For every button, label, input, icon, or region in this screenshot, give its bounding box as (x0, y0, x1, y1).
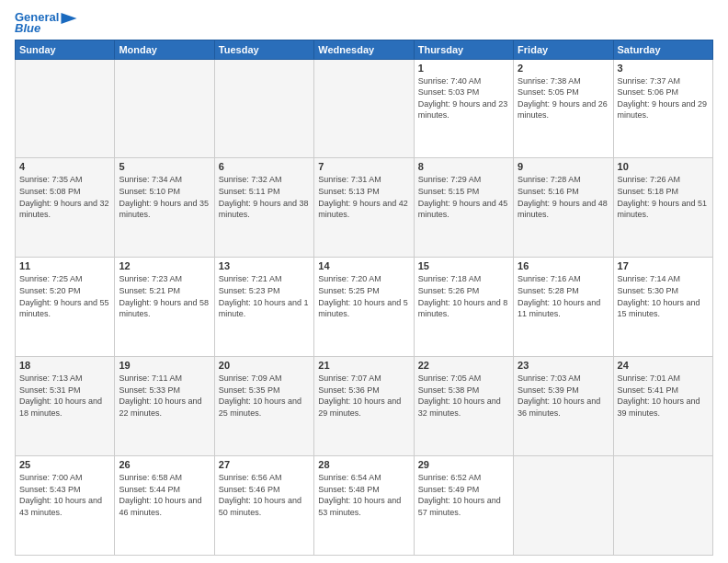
day-number: 6 (219, 161, 310, 172)
day-info: Sunrise: 7:13 AMSunset: 5:31 PMDaylight:… (19, 373, 110, 419)
day-number: 25 (19, 459, 110, 470)
calendar-table: SundayMondayTuesdayWednesdayThursdayFrid… (15, 40, 713, 556)
day-info: Sunrise: 7:11 AMSunset: 5:33 PMDaylight:… (119, 373, 210, 419)
calendar-cell: 26Sunrise: 6:58 AMSunset: 5:44 PMDayligh… (115, 456, 214, 556)
weekday-header-sunday: Sunday (16, 40, 115, 59)
calendar-cell: 11Sunrise: 7:25 AMSunset: 5:20 PMDayligh… (16, 258, 115, 357)
calendar-cell: 16Sunrise: 7:16 AMSunset: 5:28 PMDayligh… (514, 258, 613, 357)
calendar-week-row: 1Sunrise: 7:40 AMSunset: 5:03 PMDaylight… (16, 59, 713, 158)
calendar-cell: 29Sunrise: 6:52 AMSunset: 5:49 PMDayligh… (414, 456, 513, 556)
calendar-cell (115, 59, 214, 158)
calendar-cell (314, 59, 414, 158)
calendar-cell: 3Sunrise: 7:37 AMSunset: 5:06 PMDaylight… (613, 59, 712, 158)
day-info: Sunrise: 7:35 AMSunset: 5:08 PMDaylight:… (19, 174, 110, 220)
day-number: 1 (418, 63, 509, 74)
day-number: 4 (19, 161, 110, 172)
header: General Blue (15, 11, 713, 36)
day-number: 22 (418, 360, 509, 371)
day-number: 17 (618, 260, 709, 271)
calendar-cell: 7Sunrise: 7:31 AMSunset: 5:13 PMDaylight… (314, 158, 414, 258)
weekday-header-monday: Monday (115, 40, 214, 59)
day-number: 28 (318, 459, 409, 470)
day-info: Sunrise: 7:07 AMSunset: 5:36 PMDaylight:… (318, 373, 409, 419)
calendar-cell: 24Sunrise: 7:01 AMSunset: 5:41 PMDayligh… (613, 357, 712, 456)
calendar-cell: 2Sunrise: 7:38 AMSunset: 5:05 PMDaylight… (514, 59, 613, 158)
day-info: Sunrise: 7:38 AMSunset: 5:05 PMDaylight:… (518, 75, 609, 121)
svg-marker-0 (62, 13, 77, 24)
day-number: 18 (19, 360, 110, 371)
day-number: 24 (618, 360, 709, 371)
day-info: Sunrise: 7:18 AMSunset: 5:26 PMDaylight:… (418, 273, 509, 319)
day-number: 3 (618, 63, 709, 74)
calendar-cell: 13Sunrise: 7:21 AMSunset: 5:23 PMDayligh… (214, 258, 313, 357)
day-number: 21 (318, 360, 409, 371)
day-info: Sunrise: 7:05 AMSunset: 5:38 PMDaylight:… (418, 373, 509, 419)
calendar-cell: 17Sunrise: 7:14 AMSunset: 5:30 PMDayligh… (613, 258, 712, 357)
day-number: 15 (418, 260, 509, 271)
calendar-cell: 5Sunrise: 7:34 AMSunset: 5:10 PMDaylight… (115, 158, 214, 258)
day-info: Sunrise: 7:29 AMSunset: 5:15 PMDaylight:… (418, 174, 509, 220)
day-number: 23 (518, 360, 609, 371)
logo-blue-text: Blue (15, 22, 40, 35)
calendar-cell: 19Sunrise: 7:11 AMSunset: 5:33 PMDayligh… (115, 357, 214, 456)
calendar-cell: 6Sunrise: 7:32 AMSunset: 5:11 PMDaylight… (214, 158, 313, 258)
calendar-cell (514, 456, 613, 556)
day-info: Sunrise: 7:14 AMSunset: 5:30 PMDaylight:… (618, 273, 709, 319)
day-number: 8 (418, 161, 509, 172)
calendar-cell: 9Sunrise: 7:28 AMSunset: 5:16 PMDaylight… (514, 158, 613, 258)
calendar-week-row: 4Sunrise: 7:35 AMSunset: 5:08 PMDaylight… (16, 158, 713, 258)
day-number: 2 (518, 63, 609, 74)
weekday-header-thursday: Thursday (414, 40, 513, 59)
day-number: 5 (119, 161, 210, 172)
day-info: Sunrise: 7:03 AMSunset: 5:39 PMDaylight:… (518, 373, 609, 419)
day-info: Sunrise: 7:01 AMSunset: 5:41 PMDaylight:… (618, 373, 709, 419)
calendar-cell: 23Sunrise: 7:03 AMSunset: 5:39 PMDayligh… (514, 357, 613, 456)
day-info: Sunrise: 7:21 AMSunset: 5:23 PMDaylight:… (219, 273, 310, 319)
day-info: Sunrise: 7:20 AMSunset: 5:25 PMDaylight:… (318, 273, 409, 319)
calendar-week-row: 18Sunrise: 7:13 AMSunset: 5:31 PMDayligh… (16, 357, 713, 456)
day-info: Sunrise: 7:23 AMSunset: 5:21 PMDaylight:… (119, 273, 210, 319)
day-info: Sunrise: 6:58 AMSunset: 5:44 PMDaylight:… (119, 472, 210, 518)
day-info: Sunrise: 7:26 AMSunset: 5:18 PMDaylight:… (618, 174, 709, 220)
day-number: 20 (219, 360, 310, 371)
day-number: 29 (418, 459, 509, 470)
calendar-cell: 14Sunrise: 7:20 AMSunset: 5:25 PMDayligh… (314, 258, 414, 357)
calendar-cell: 10Sunrise: 7:26 AMSunset: 5:18 PMDayligh… (613, 158, 712, 258)
calendar-cell: 22Sunrise: 7:05 AMSunset: 5:38 PMDayligh… (414, 357, 513, 456)
calendar-cell: 12Sunrise: 7:23 AMSunset: 5:21 PMDayligh… (115, 258, 214, 357)
calendar-cell (16, 59, 115, 158)
day-info: Sunrise: 7:09 AMSunset: 5:35 PMDaylight:… (219, 373, 310, 419)
day-info: Sunrise: 6:52 AMSunset: 5:49 PMDaylight:… (418, 472, 509, 518)
calendar-cell: 8Sunrise: 7:29 AMSunset: 5:15 PMDaylight… (414, 158, 513, 258)
calendar-cell: 27Sunrise: 6:56 AMSunset: 5:46 PMDayligh… (214, 456, 313, 556)
day-info: Sunrise: 7:34 AMSunset: 5:10 PMDaylight:… (119, 174, 210, 220)
day-number: 27 (219, 459, 310, 470)
calendar-cell: 20Sunrise: 7:09 AMSunset: 5:35 PMDayligh… (214, 357, 313, 456)
page: General Blue SundayMondayTuesdayWednesda… (0, 0, 728, 563)
weekday-header-tuesday: Tuesday (214, 40, 313, 59)
day-info: Sunrise: 7:28 AMSunset: 5:16 PMDaylight:… (518, 174, 609, 220)
calendar-cell: 21Sunrise: 7:07 AMSunset: 5:36 PMDayligh… (314, 357, 414, 456)
day-info: Sunrise: 7:37 AMSunset: 5:06 PMDaylight:… (618, 75, 709, 121)
calendar-cell (613, 456, 712, 556)
day-info: Sunrise: 7:31 AMSunset: 5:13 PMDaylight:… (318, 174, 409, 220)
day-number: 12 (119, 260, 210, 271)
day-info: Sunrise: 7:00 AMSunset: 5:43 PMDaylight:… (19, 472, 110, 518)
calendar-cell: 1Sunrise: 7:40 AMSunset: 5:03 PMDaylight… (414, 59, 513, 158)
calendar-week-row: 25Sunrise: 7:00 AMSunset: 5:43 PMDayligh… (16, 456, 713, 556)
calendar-body: 1Sunrise: 7:40 AMSunset: 5:03 PMDaylight… (16, 59, 713, 555)
calendar-cell: 4Sunrise: 7:35 AMSunset: 5:08 PMDaylight… (16, 158, 115, 258)
calendar-cell (214, 59, 313, 158)
day-number: 10 (618, 161, 709, 172)
day-info: Sunrise: 7:40 AMSunset: 5:03 PMDaylight:… (418, 75, 509, 121)
day-number: 7 (318, 161, 409, 172)
calendar-cell: 28Sunrise: 6:54 AMSunset: 5:48 PMDayligh… (314, 456, 414, 556)
day-info: Sunrise: 6:54 AMSunset: 5:48 PMDaylight:… (318, 472, 409, 518)
day-number: 16 (518, 260, 609, 271)
day-number: 19 (119, 360, 210, 371)
weekday-header-saturday: Saturday (613, 40, 712, 59)
logo: General Blue (15, 11, 77, 36)
calendar-week-row: 11Sunrise: 7:25 AMSunset: 5:20 PMDayligh… (16, 258, 713, 357)
calendar-cell: 15Sunrise: 7:18 AMSunset: 5:26 PMDayligh… (414, 258, 513, 357)
calendar-cell: 25Sunrise: 7:00 AMSunset: 5:43 PMDayligh… (16, 456, 115, 556)
